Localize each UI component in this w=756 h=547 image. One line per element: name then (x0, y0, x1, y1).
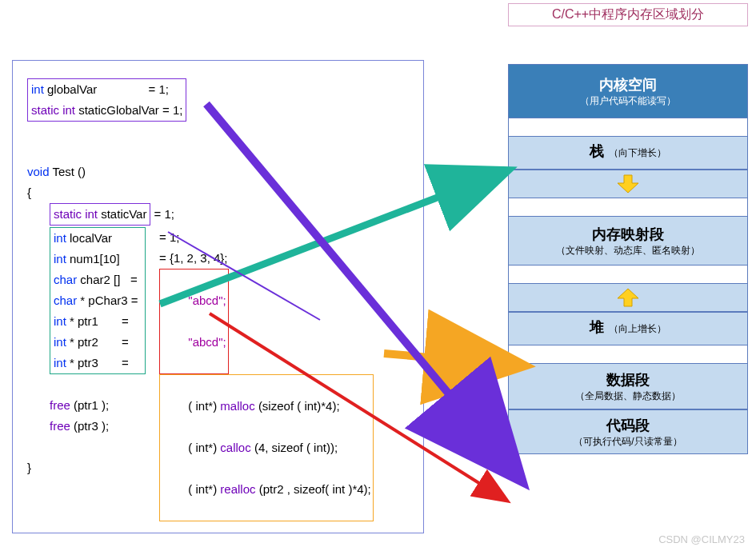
segment-gap (509, 198, 747, 216)
globals-box: int globalVar = 1; static int staticGlob… (27, 78, 186, 122)
segment-code: 代码段 （可执行代码/只读常量） (509, 409, 747, 454)
diagram-title: C/C++中程序内存区域划分 (508, 3, 748, 26)
string-literal-box: "abcd"; "abcd"; (159, 269, 229, 374)
locals-box: int localVar int num1[10] char char2 [] … (50, 227, 146, 374)
svg-marker-1 (618, 289, 638, 306)
arrow-up-icon (616, 287, 640, 308)
alloc-box: ( int*) malloc (sizeof ( int)*4); ( int*… (159, 374, 374, 521)
segment-stack: 栈 （向下增长） (509, 136, 747, 170)
svg-marker-0 (618, 175, 638, 193)
code-line: int globalVar = 1; (31, 79, 182, 100)
segment-gap (509, 118, 747, 136)
blank-line (27, 141, 409, 162)
segment-mmap: 内存映射段 （文件映射、动态库、匿名映射） (509, 216, 747, 266)
brace-open: { (27, 182, 409, 203)
segment-gap (509, 345, 747, 363)
static-local-box: static int staticVar (50, 203, 150, 226)
watermark: CSDN @CILMY23 (658, 533, 745, 545)
heap-arrow-row (509, 283, 747, 312)
code-panel: int globalVar = 1; static int staticGlob… (12, 60, 424, 533)
arrow-down-icon (616, 174, 640, 194)
static-local: static int staticVar = 1; (27, 203, 409, 226)
stack-arrow-row (509, 170, 747, 198)
segment-heap: 堆 （向上增长） (509, 312, 747, 345)
fn-decl: void Test () (27, 162, 409, 182)
segment-data: 数据段 （全局数据、静态数据） (509, 363, 747, 409)
code-line: static int staticGlobalVar = 1; (31, 100, 182, 121)
segment-kernel: 内核空间 （用户代码不能读写） (509, 64, 747, 118)
memory-column: 内核空间 （用户代码不能读写） 栈 （向下增长） 内存映射段 （文件映射、动态库… (508, 64, 748, 454)
segment-gap (509, 266, 747, 283)
